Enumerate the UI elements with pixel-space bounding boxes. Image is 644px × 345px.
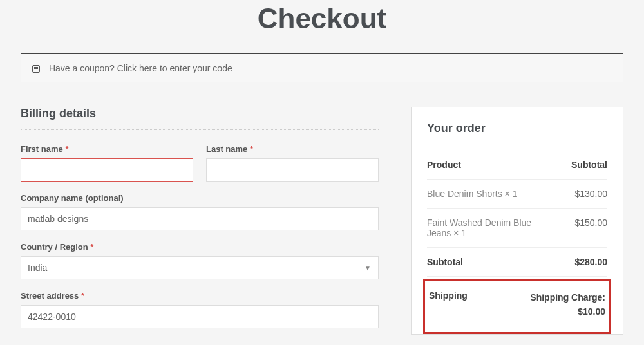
company-label: Company name (optional) <box>21 193 379 203</box>
subtotal-header: Subtotal <box>556 160 607 170</box>
billing-heading: Billing details <box>21 107 379 130</box>
coupon-icon <box>32 65 40 73</box>
coupon-link[interactable]: Click here to enter your code <box>117 63 232 73</box>
shipping-value: $10.00 <box>530 304 605 319</box>
order-table-header: Product Subtotal <box>427 151 607 180</box>
subtotal-value: $280.00 <box>556 257 607 267</box>
order-item-price: $150.00 <box>556 218 607 238</box>
coupon-notice: Have a coupon? Click here to enter your … <box>21 53 623 82</box>
street-label: Street address * <box>21 291 379 301</box>
last-name-input[interactable] <box>206 158 379 182</box>
country-label: Country / Region * <box>21 242 379 252</box>
order-item: Blue Denim Shorts × 1 $130.00 <box>427 180 607 209</box>
shipping-charge-label: Shipping Charge: <box>530 290 605 304</box>
order-heading: Your order <box>427 122 607 144</box>
order-item-qty: × 1 <box>453 228 466 238</box>
company-input[interactable] <box>21 207 379 230</box>
required-asterisk: * <box>250 144 253 154</box>
coupon-prompt: Have a coupon? <box>49 63 115 73</box>
product-header: Product <box>427 160 556 170</box>
required-asterisk: * <box>65 144 68 154</box>
order-item: Faint Washed Denim Blue Jeans × 1 $150.0… <box>427 209 607 248</box>
shipping-label: Shipping <box>429 290 468 301</box>
last-name-label: Last name * <box>206 144 379 154</box>
required-asterisk: * <box>90 242 93 252</box>
subtotal-label: Subtotal <box>427 257 556 267</box>
required-asterisk: * <box>81 291 84 301</box>
order-item-qty: × 1 <box>505 189 518 199</box>
order-item-price: $130.00 <box>556 189 607 199</box>
page-title: Checkout <box>0 0 644 53</box>
subtotal-row: Subtotal $280.00 <box>427 248 607 277</box>
first-name-input[interactable] <box>21 158 193 182</box>
order-item-name: Faint Washed Denim Blue Jeans <box>427 218 531 238</box>
street-input[interactable] <box>21 305 379 328</box>
country-select[interactable] <box>21 256 379 279</box>
order-item-name: Blue Denim Shorts <box>427 189 502 199</box>
billing-details: Billing details First name * Last name * <box>21 107 379 340</box>
shipping-row: Shipping Shipping Charge: $10.00 <box>423 279 611 334</box>
first-name-label: First name * <box>21 144 193 154</box>
order-summary: Your order Product Subtotal Blue Denim S… <box>411 107 623 335</box>
